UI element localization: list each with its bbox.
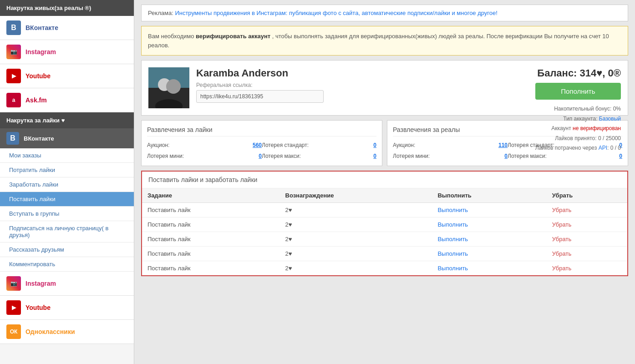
sidebar-subitem-spend-likes[interactable]: Потратить лайки (0, 163, 134, 177)
account-status-value[interactable]: не верифицирован (573, 125, 621, 131)
task-remove-2[interactable]: Убрать (547, 232, 627, 247)
sidebar-item-youtube2[interactable]: ▶ Youtube (0, 296, 134, 320)
sidebar-vk-section: В ВКонтакте (0, 128, 134, 148)
task-remove-4[interactable]: Убрать (547, 261, 627, 276)
sidebar-item-askfm[interactable]: a Ask.fm (0, 88, 134, 112)
task-label-4: Поставить лайк (142, 261, 280, 276)
task-remove-0[interactable]: Убрать (547, 203, 627, 217)
sidebar-item-vkontakte[interactable]: В ВКонтакте (0, 16, 134, 40)
sidebar-nav-label-youtube2: Youtube (25, 304, 51, 311)
profile-panel: Karamba Anderson Реферальная ссылка: Бал… (141, 60, 628, 116)
ent-likes-lottery-std-value[interactable]: 0 (363, 142, 376, 148)
sidebar-subitem-tell-friends[interactable]: Рассказать друзьям (0, 243, 134, 257)
sidebar-subitem-post-like[interactable]: Поставить лайки (0, 192, 134, 207)
likes-spent-api[interactable]: API (599, 145, 607, 151)
svg-point-4 (166, 79, 181, 94)
ent-reals-auction-label: Аукцион: (393, 142, 415, 148)
ad-prefix: Реклама: (148, 10, 173, 16)
task-label-2: Поставить лайк (142, 232, 280, 247)
bonus-value: 0% (613, 106, 621, 112)
ent-reals-lottery-maxi-value[interactable]: 0 (609, 153, 622, 159)
entertainment-likes-panel: Развлечения за лайки Аукцион: 560 Лотере… (141, 120, 382, 166)
table-row: Поставить лайк 2♥ Выполнить Убрать (142, 232, 627, 247)
sidebar-nav-label-odnoklassniki: Одноклассники (25, 328, 75, 335)
table-row: Поставить лайк 2♥ Выполнить Убрать (142, 217, 627, 232)
task-label-0: Поставить лайк (142, 203, 280, 217)
ent-reals-auction: Аукцион: 110 (393, 141, 508, 149)
account-type-label: Тип аккаунта: (563, 116, 597, 122)
task-do-4[interactable]: Выполнить (432, 261, 546, 276)
ent-likes-grid: Аукцион: 560 Лотерея стандарт: 0 Лотерея… (147, 141, 376, 160)
askfm-icon: a (6, 93, 21, 107)
sidebar-section2-title: Накрутка за лайки ♥ (0, 112, 134, 128)
ent-likes-auction: Аукцион: 560 (147, 141, 262, 149)
ent-reals-lottery-mini-value[interactable]: 0 (494, 153, 508, 159)
ent-likes-auction-value[interactable]: 560 (248, 142, 262, 148)
sidebar-nav-label-instagram: Instagram (25, 48, 56, 56)
ent-likes-auction-label: Аукцион: (147, 142, 169, 148)
sidebar-nav-label-vk: ВКонтакте (25, 24, 58, 31)
table-row: Поставить лайк 2♥ Выполнить Убрать (142, 247, 627, 261)
col-reward: Вознаграждение (280, 188, 432, 203)
tasks-table: Задание Вознаграждение Выполнить Убрать … (142, 188, 627, 275)
likes-spent-label: Лайков потрачено через (535, 145, 597, 151)
account-type-value[interactable]: Базовый (599, 116, 621, 122)
sidebar-item-odnoklassniki[interactable]: ОК Одноклассники (0, 320, 134, 344)
likes-accepted-label: Лайков принято: (555, 135, 596, 142)
account-status-label: Аккаунт (551, 125, 571, 131)
sidebar-subitem-subscribe-page[interactable]: Подписаться на личную страницу( в друзья… (0, 221, 134, 243)
task-reward-0: 2♥ (280, 203, 432, 217)
tasks-table-header-row: Задание Вознаграждение Выполнить Убрать (142, 188, 627, 203)
profile-ref-input[interactable] (196, 90, 324, 103)
sidebar-subitem-comment[interactable]: Комментировать (0, 257, 134, 272)
sidebar-item-instagram[interactable]: 📷 Instagram (0, 40, 134, 64)
ent-likes-title: Развлечения за лайки (147, 126, 376, 136)
tasks-header: Поставить лайки и заработать лайки (142, 172, 627, 188)
task-reward-3: 2♥ (280, 247, 432, 261)
task-do-1[interactable]: Выполнить (432, 217, 546, 232)
ent-likes-lottery-maxi-value[interactable]: 0 (363, 153, 376, 159)
vk-sub-icon: В (6, 132, 19, 145)
ent-likes-lottery-std: Лотерея стандарт: 0 (262, 141, 376, 149)
task-label-1: Поставить лайк (142, 217, 280, 232)
sidebar-subitem-join-groups[interactable]: Вступать в группы (0, 207, 134, 221)
balance-text: Баланс: 314♥, 0® (535, 67, 621, 79)
balance-details: Накопительный бонус: 0% Тип аккаунта: Ба… (535, 104, 621, 153)
task-do-3[interactable]: Выполнить (432, 247, 546, 261)
instagram2-icon: 📷 (6, 276, 21, 291)
sidebar-subitem-earn-likes[interactable]: Заработать лайки (0, 177, 134, 192)
sidebar-item-youtube[interactable]: ▶ Youtube (0, 64, 134, 88)
youtube2-icon: ▶ (6, 300, 21, 315)
task-do-0[interactable]: Выполнить (432, 203, 546, 217)
odnoklassniki-icon: ОК (6, 324, 21, 339)
ad-link[interactable]: Инструменты продвижения в Инстаграм: пуб… (175, 10, 498, 16)
task-remove-3[interactable]: Убрать (547, 247, 627, 261)
sidebar-nav-label-instagram2: Instagram (25, 280, 56, 287)
topup-button[interactable]: Пополнить (535, 83, 621, 100)
ad-bar: Реклама: Инструменты продвижения в Инста… (141, 5, 628, 21)
avatar (148, 67, 189, 108)
ent-likes-lottery-mini-value[interactable]: 0 (248, 153, 262, 159)
ent-reals-lottery-mini-label: Лотерея мини: (393, 153, 430, 159)
sidebar-item-instagram2[interactable]: 📷 Instagram (0, 272, 134, 296)
ent-reals-auction-value[interactable]: 110 (494, 142, 508, 148)
bonus-label: Накопительный бонус: (554, 106, 611, 112)
sidebar-section1-title: Накрутка живых(за реалы ®) (0, 0, 134, 16)
task-remove-1[interactable]: Убрать (547, 217, 627, 232)
col-do: Выполнить (432, 188, 546, 203)
sidebar-subitem-my-orders[interactable]: Мои заказы (0, 148, 134, 163)
verify-text-before: Вам необходимо (148, 33, 196, 40)
task-do-2[interactable]: Выполнить (432, 232, 546, 247)
likes-spent-value: 0 / 0 (610, 145, 621, 151)
ent-likes-lottery-mini-label: Лотерея мини: (147, 153, 184, 159)
col-task: Задание (142, 188, 280, 203)
ent-likes-lottery-mini: Лотерея мини: 0 (147, 152, 262, 160)
task-reward-4: 2♥ (280, 261, 432, 276)
ent-reals-lottery-maxi-label: Лотерея макси: (508, 153, 547, 159)
youtube-icon: ▶ (6, 69, 21, 83)
col-remove: Убрать (547, 188, 627, 203)
task-reward-2: 2♥ (280, 232, 432, 247)
task-reward-1: 2♥ (280, 217, 432, 232)
sidebar-nav-label-askfm: Ask.fm (25, 96, 47, 104)
sidebar-nav-label-youtube: Youtube (25, 72, 51, 80)
